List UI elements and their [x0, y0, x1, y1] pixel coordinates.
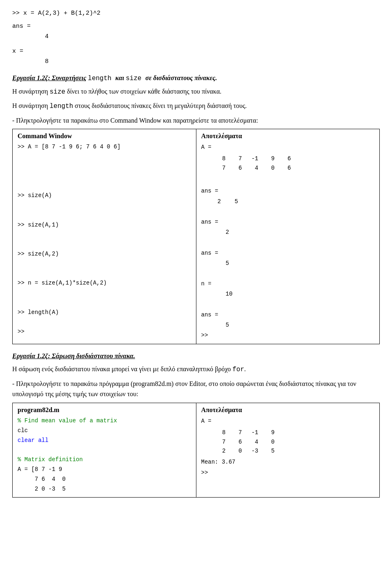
- section2-desc1: Η σάρωση ενός δισδιάστατου πίνακα μπορεί…: [12, 364, 380, 375]
- table1-length-label: ans =: [201, 310, 375, 320]
- table1-left-header: Command Window: [18, 132, 191, 140]
- table1-cmd2: >> size(A): [18, 191, 191, 201]
- table2-left-header: program82d.m: [18, 406, 191, 414]
- table1-ans-size2-label: ans =: [201, 248, 375, 258]
- top-code-block: >> x = A(2,3) + B(1,2)^2 ans = 4 x = 8: [12, 8, 380, 67]
- table1-right-header: Αποτελέσματα: [201, 132, 375, 140]
- section1-desc2-mono: length: [50, 103, 74, 110]
- table1-cmd5: >> n = size(A,1)*size(A,2): [18, 278, 191, 288]
- table1-ans-size-label: ans =: [201, 186, 375, 196]
- section2-title: Εργασία 1.2ζ: Σάρωση δισδιάστατου πίνακα…: [12, 352, 380, 360]
- top-ans-value: 4: [12, 31, 380, 42]
- table1-matrix-row1: 8 7 -1 9 6: [209, 154, 375, 163]
- table2-left: program82d.m % Find mean value of a matr…: [13, 403, 196, 498]
- table1-cmd4: >> size(A,2): [18, 249, 191, 259]
- table2-clc: clc: [18, 426, 191, 436]
- table1-a-label: A =: [201, 142, 375, 152]
- table2-right: Αποτελέσματα A = 8 7 -1 9 7 6 4 0: [196, 403, 380, 498]
- table1-left-content: >> A = [8 7 -1 9 6; 7 6 4 0 6] >> size(A…: [18, 142, 191, 337]
- top-x-value: 8: [12, 56, 380, 67]
- table1-cmd3: >> size(A,1): [18, 220, 191, 230]
- table2-mean-label: Mean: 3.67: [201, 457, 375, 467]
- table2-right-content: A = 8 7 -1 9 7 6 4 0 2: [201, 416, 375, 478]
- section1-title-rest: σε δισδιάστατους πίνακες.: [145, 74, 217, 81]
- table1-n-label: n =: [201, 279, 375, 289]
- section1-desc1-mono: size: [50, 88, 65, 96]
- table1-cmd6: >> length(A): [18, 308, 191, 318]
- top-x-label: x =: [12, 48, 23, 55]
- table2-clear: clear all: [18, 437, 49, 444]
- table2-matrix-row2: 7 6 4 0: [209, 437, 375, 446]
- section1-desc2: Η συνάρτηση length στους δισδιάστατους π…: [12, 101, 380, 112]
- section2-for-mono: for: [232, 366, 244, 373]
- table2-prompt: >>: [201, 468, 375, 478]
- table1-ans-size1-label: ans =: [201, 217, 375, 227]
- section1-desc1: Η συνάρτηση size δίνει το πλήθος των στο…: [12, 86, 380, 98]
- table2-matrix-def1: A = [8 7 -1 9: [18, 465, 191, 475]
- top-ans-label: ans =: [12, 23, 31, 30]
- table1-matrix-row2: 7 6 4 0 6: [209, 164, 375, 173]
- table1-cmd1: >> A = [8 7 -1 9 6; 7 6 4 0 6]: [18, 142, 191, 152]
- table1-right-prompt: >>: [201, 330, 375, 341]
- table2-comment1: % Find mean value of a matrix: [18, 417, 117, 424]
- section1-desc1-post: δίνει το πλήθος των στοιχείων κάθε διάστ…: [65, 88, 221, 95]
- table2-matrix-def2: 7 6 4 0: [18, 475, 191, 484]
- table2: program82d.m % Find mean value of a matr…: [12, 403, 380, 498]
- table2-right-header: Αποτελέσματα: [201, 406, 375, 414]
- section1-desc1-pre: Η συνάρτηση: [12, 88, 50, 95]
- section1-title-text1: Εργασία 1.2ζ: Συναρτήσεις: [12, 74, 86, 81]
- table1-n-val: 10: [226, 289, 375, 299]
- section1-title-and: και: [116, 74, 124, 81]
- table1-right: Αποτελέσματα A = 8 7 -1 9 6 7 6 4 0: [196, 129, 380, 344]
- section1-instruction: - Πληκτρολογήστε τα παρακάτω στο Command…: [12, 115, 380, 126]
- table1-left: Command Window >> A = [8 7 -1 9 6; 7 6 4…: [13, 129, 196, 344]
- section1-title-mono2: size: [126, 75, 145, 82]
- table2-left-content: % Find mean value of a matrix clc clear …: [18, 416, 191, 494]
- table2-a-label: A =: [201, 416, 375, 426]
- section2-instruction: - Πληκτρολογήστε το παρακάτω πρόγραμμα (…: [12, 379, 380, 399]
- section2-title-text: Εργασία 1.2ζ: Σάρωση δισδιάστατου πίνακα…: [12, 352, 135, 359]
- section1-title: Εργασία 1.2ζ: Συναρτήσεις length και siz…: [12, 74, 380, 82]
- top-line1: >> x = A(2,3) + B(1,2)^2: [12, 8, 380, 19]
- table2-matrix-row3: 2 0 -3 5: [209, 446, 375, 455]
- section1-desc2-post: στους δισδιάστατους πίνακες δίνει τη μεγ…: [73, 102, 247, 109]
- table1-prompt: >>: [18, 327, 191, 337]
- table1-right-content: A = 8 7 -1 9 6 7 6 4 0 6: [201, 142, 375, 341]
- table2-comment2: % Matrix definition: [18, 456, 83, 463]
- table1: Command Window >> A = [8 7 -1 9 6; 7 6 4…: [12, 129, 380, 344]
- table1-ans-size-val: 2 5: [218, 197, 375, 207]
- table2-matrix-row1: 8 7 -1 9: [209, 428, 375, 437]
- table1-ans-size1-val: 2: [226, 227, 375, 238]
- section1-desc2-pre: Η συνάρτηση: [12, 102, 50, 109]
- table1-ans-size2-val: 5: [226, 258, 375, 269]
- table1-length-val: 5: [226, 320, 375, 330]
- table2-matrix-def3: 2 0 -3 5: [18, 484, 191, 494]
- section1-title-mono1: length: [88, 75, 115, 82]
